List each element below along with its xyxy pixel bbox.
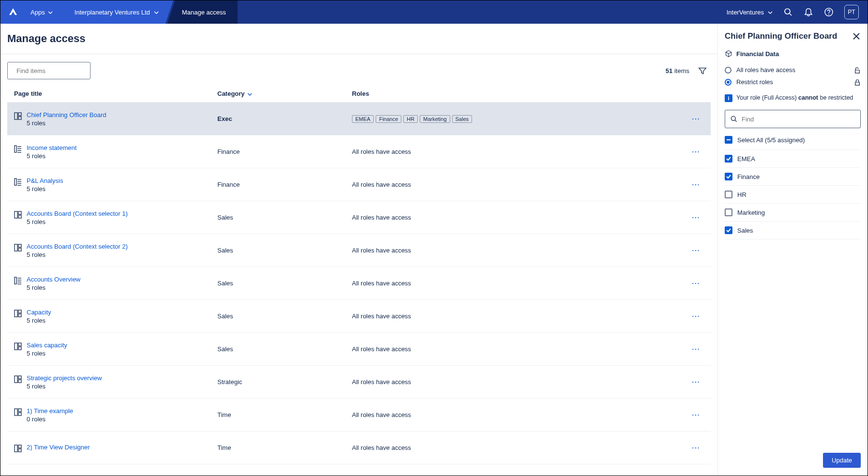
radio-restrict-roles[interactable] [725,79,731,86]
radio-all-roles[interactable] [725,67,731,74]
row-menu-button[interactable]: ··· [692,247,700,254]
row-category: Exec [217,115,352,122]
row-menu-button[interactable]: ··· [692,378,700,386]
svg-point-0 [785,9,790,14]
row-title-link[interactable]: Accounts Overview [27,276,80,283]
chevron-down-icon [768,11,773,14]
svg-rect-22 [15,244,17,251]
role-item[interactable]: Sales [725,222,861,239]
row-roles: All roles have access [352,345,686,353]
svg-rect-31 [18,310,21,313]
row-menu-button[interactable]: ··· [692,214,700,221]
update-button[interactable]: Update [823,453,861,468]
page-breadcrumb[interactable]: Manage access [168,0,238,24]
row-title-link[interactable]: P&L Analysis [27,177,63,184]
table-row[interactable]: Accounts Board (Context selector 2)5 rol… [7,234,711,267]
filter-icon [698,66,707,75]
row-menu-button[interactable]: ··· [692,280,700,287]
close-panel-button[interactable] [852,32,861,41]
row-title-link[interactable]: Chief Planning Officer Board [27,111,107,119]
row-roles-text: All roles have access [352,148,411,155]
panel-search-input[interactable] [742,116,855,123]
row-menu-button[interactable]: ··· [692,345,700,353]
row-menu-button[interactable]: ··· [692,115,700,122]
row-roles-text: All roles have access [352,378,411,386]
svg-rect-24 [18,248,21,251]
search-icon [783,7,793,17]
svg-point-45 [731,116,735,120]
svg-line-46 [735,120,736,121]
svg-rect-30 [15,310,17,317]
row-menu-button[interactable]: ··· [692,181,700,188]
row-title-link[interactable]: 1) Time example [27,407,73,415]
minus-icon [726,137,731,142]
lock-icon [854,79,861,86]
role-checkbox[interactable] [725,191,732,198]
table-row[interactable]: Accounts Board (Context selector 1)5 rol… [7,201,711,234]
select-all-checkbox[interactable] [725,136,732,144]
row-roles-count: 5 roles [27,284,80,291]
table-row[interactable]: Chief Planning Officer Board5 rolesExecE… [7,103,711,135]
board-icon [14,445,22,452]
row-title-link[interactable]: 2) Time View Designer [27,444,90,451]
chevron-down-icon [247,93,252,96]
tenant-breadcrumb[interactable]: Interplanetary Ventures Ltd [62,0,173,24]
table-row[interactable]: Capacity5 rolesSalesAll roles have acces… [7,300,711,333]
table-row[interactable]: Income statement5 rolesFinanceAll roles … [7,135,711,168]
row-category: Sales [217,345,352,353]
filter-button[interactable] [698,66,707,75]
row-title-link[interactable]: Strategic projects overview [27,374,102,382]
svg-rect-34 [18,343,21,346]
app-logo[interactable] [0,0,26,24]
panel-search-box[interactable] [725,110,861,128]
svg-rect-20 [18,211,21,214]
col-category[interactable]: Category [217,90,352,97]
row-title-link[interactable]: Accounts Board (Context selector 1) [27,210,128,217]
apps-menu[interactable]: Apps [26,0,62,24]
report-icon [14,277,22,284]
row-title-link[interactable]: Capacity [27,309,51,316]
tenant-label: Interplanetary Ventures Ltd [75,9,150,16]
role-tag: Sales [452,115,472,123]
svg-rect-23 [18,244,21,247]
role-checkbox[interactable] [725,173,732,180]
row-category: Sales [217,247,352,254]
row-menu-button[interactable]: ··· [692,411,700,418]
search-box[interactable] [7,62,91,79]
main-content: Manage access 51 items Page title Catego… [0,24,717,476]
col-roles[interactable]: Roles [352,90,711,97]
svg-rect-40 [18,409,21,412]
user-avatar[interactable]: PT [844,5,859,19]
notifications-button[interactable] [804,7,813,17]
row-menu-button[interactable]: ··· [692,444,700,451]
workspace-switcher[interactable]: InterVentures [727,9,773,16]
row-title-link[interactable]: Income statement [27,144,76,151]
role-checkbox[interactable] [725,226,732,234]
table-row[interactable]: P&L Analysis5 rolesFinanceAll roles have… [7,168,711,201]
help-button[interactable] [824,7,834,17]
role-checkbox[interactable] [725,155,732,163]
col-page-title[interactable]: Page title [14,90,217,97]
global-search-button[interactable] [783,7,793,17]
row-title-link[interactable]: Sales capacity [27,342,67,349]
search-input[interactable] [16,67,98,74]
role-label: Finance [737,173,760,180]
role-item[interactable]: HR [725,186,861,204]
role-tag: EMEA [352,115,374,123]
row-roles-text: All roles have access [352,247,411,254]
table-row[interactable]: Accounts Overview5 rolesSalesAll roles h… [7,267,711,300]
row-menu-button[interactable]: ··· [692,148,700,155]
role-item[interactable]: EMEA [725,150,861,168]
table-row[interactable]: Sales capacity5 rolesSalesAll roles have… [7,333,711,366]
page-title: Manage access [7,30,711,54]
row-roles-text: All roles have access [352,280,411,287]
table-row[interactable]: Strategic projects overview5 rolesStrate… [7,366,711,399]
row-menu-button[interactable]: ··· [692,312,700,320]
role-item[interactable]: Marketing [725,204,861,222]
table-row[interactable]: 1) Time example0 rolesTimeAll roles have… [7,399,711,431]
row-title-link[interactable]: Accounts Board (Context selector 2) [27,243,128,250]
role-item[interactable]: Finance [725,168,861,186]
top-nav: Apps Interplanetary Ventures Ltd Manage … [0,0,868,24]
table-row[interactable]: 2) Time View DesignerTimeAll roles have … [7,431,711,464]
role-checkbox[interactable] [725,208,732,216]
